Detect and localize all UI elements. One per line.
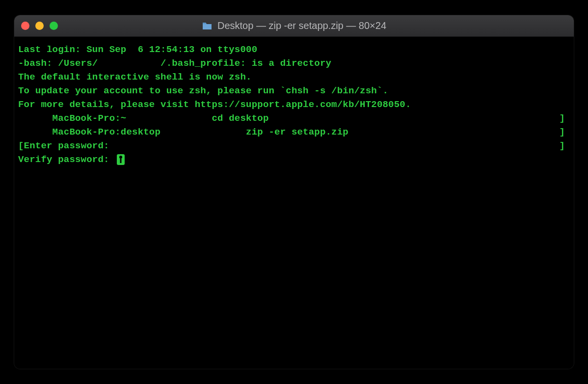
minimize-button[interactable] [35, 22, 44, 30]
bracket-right-icon: ] [559, 139, 565, 153]
terminal-body[interactable]: Last login: Sun Sep 6 12:54:13 on ttys00… [14, 37, 574, 369]
terminal-line-zsh-notice: The default interactive shell is now zsh… [18, 70, 570, 84]
terminal-line-bash-error: -bash: /Users/ /.bash_profile: is a dire… [18, 56, 570, 70]
terminal-window: Desktop — zip -er setapp.zip — 80×24 Las… [14, 15, 574, 369]
bracket-right-icon: ] [559, 111, 565, 125]
terminal-line-verify-password: Verify password: [18, 154, 115, 165]
title-text: Desktop — zip -er setapp.zip — 80×24 [217, 20, 386, 31]
folder-icon [202, 22, 213, 30]
terminal-line-prompt2: MacBook-Pro:desktop zip -er setapp.zip [18, 127, 348, 137]
key-cursor-icon [117, 154, 125, 165]
window-title: Desktop — zip -er setapp.zip — 80×24 [202, 20, 386, 31]
terminal-line-enter-password: Enter password: [24, 140, 115, 151]
terminal-line-login: Last login: Sun Sep 6 12:54:13 on ttys00… [18, 43, 570, 56]
terminal-line-zsh-details: For more details, please visit https://s… [18, 98, 570, 111]
close-button[interactable] [21, 22, 29, 30]
bracket-right-icon: ] [559, 125, 565, 139]
maximize-button[interactable] [50, 22, 58, 30]
terminal-line-prompt1: MacBook-Pro:~ cd desktop [18, 113, 268, 124]
title-bar: Desktop — zip -er setapp.zip — 80×24 [14, 15, 574, 37]
bracket-left-icon: [ [18, 140, 24, 151]
traffic-lights [21, 22, 58, 30]
terminal-line-zsh-update: To update your account to use zsh, pleas… [18, 84, 570, 98]
